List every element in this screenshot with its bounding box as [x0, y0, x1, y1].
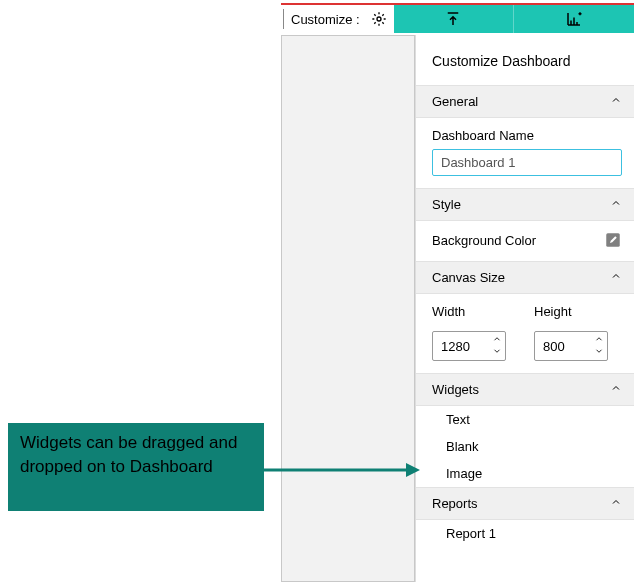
height-stepper[interactable]: [594, 334, 604, 356]
svg-point-0: [377, 17, 381, 21]
customize-label: Customize :: [289, 5, 364, 33]
caret-down-icon: [492, 346, 502, 356]
annotation-callout: Widgets can be dragged and dropped on to…: [8, 423, 264, 511]
chevron-up-icon: [610, 94, 622, 109]
chevron-up-icon: [610, 382, 622, 397]
upload-icon: [444, 10, 462, 28]
caret-up-icon: [492, 334, 502, 344]
gear-icon: [371, 11, 387, 27]
section-header-general[interactable]: General: [416, 85, 634, 118]
chevron-up-icon: [610, 496, 622, 511]
customize-panel: Customize Dashboard General Dashboard Na…: [415, 35, 634, 582]
pencil-box-icon: [604, 231, 622, 249]
add-chart-button[interactable]: [514, 5, 634, 33]
widget-item-text[interactable]: Text: [416, 406, 634, 433]
caret-up-icon: [594, 334, 604, 344]
section-header-canvas-size[interactable]: Canvas Size: [416, 261, 634, 294]
section-header-reports[interactable]: Reports: [416, 487, 634, 520]
settings-button[interactable]: [364, 5, 394, 33]
section-label: Style: [432, 197, 461, 212]
caret-down-icon: [594, 346, 604, 356]
report-item[interactable]: Report 1: [416, 520, 634, 547]
separator: [283, 9, 287, 29]
dashboard-name-input[interactable]: [432, 149, 622, 176]
chart-plus-icon: [565, 10, 583, 28]
height-label: Height: [534, 304, 608, 319]
dashboard-name-label: Dashboard Name: [432, 128, 622, 143]
top-toolbar: Customize :: [281, 3, 634, 33]
section-label: General: [432, 94, 478, 109]
section-body-reports: Report 1: [416, 520, 634, 547]
section-body-style: Background Color: [416, 221, 634, 261]
section-header-widgets[interactable]: Widgets: [416, 373, 634, 406]
dashboard-canvas[interactable]: [281, 35, 415, 582]
edit-bg-color-button[interactable]: [604, 231, 622, 249]
chevron-up-icon: [610, 197, 622, 212]
width-label: Width: [432, 304, 506, 319]
section-body-general: Dashboard Name: [416, 118, 634, 188]
section-header-style[interactable]: Style: [416, 188, 634, 221]
width-stepper[interactable]: [492, 334, 502, 356]
publish-button[interactable]: [394, 5, 515, 33]
section-label: Canvas Size: [432, 270, 505, 285]
background-color-label: Background Color: [432, 233, 536, 248]
section-label: Widgets: [432, 382, 479, 397]
widget-item-blank[interactable]: Blank: [416, 433, 634, 460]
widget-item-image[interactable]: Image: [416, 460, 634, 487]
section-body-widgets: Text Blank Image: [416, 406, 634, 487]
section-body-canvas-size: Width Height: [416, 294, 634, 373]
section-label: Reports: [432, 496, 478, 511]
chevron-up-icon: [610, 270, 622, 285]
panel-title: Customize Dashboard: [416, 35, 634, 85]
